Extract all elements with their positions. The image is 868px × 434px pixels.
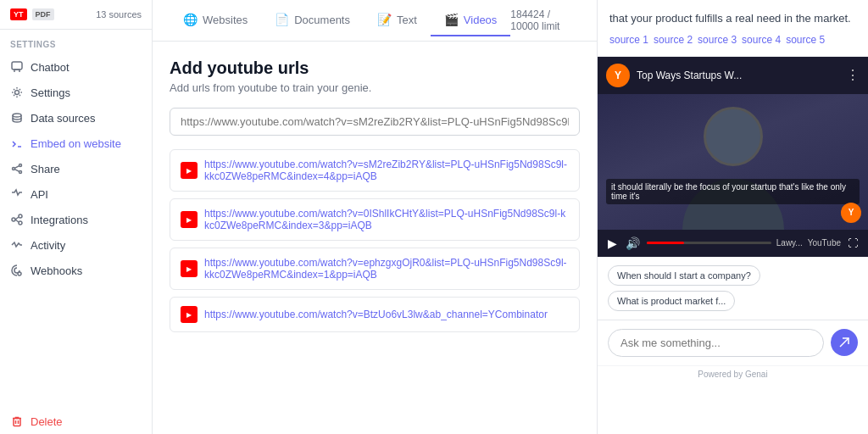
svg-line-6 xyxy=(14,166,19,169)
svg-rect-14 xyxy=(14,419,20,426)
source-link-4[interactable]: source 4 xyxy=(742,34,781,46)
chat-sources: that your product fulfills a real need i… xyxy=(598,0,868,57)
tab-text-label: Text xyxy=(397,14,417,26)
video-header: Y Top Ways Startups W... ⋮ xyxy=(598,57,868,94)
data-sources-label: Data sources xyxy=(31,112,96,125)
source-link-1[interactable]: source 1 xyxy=(609,34,648,46)
activity-icon xyxy=(10,238,24,252)
suggest-button-2[interactable]: What is product market f... xyxy=(608,291,735,311)
delete-icon xyxy=(10,415,24,428)
webhooks-icon xyxy=(10,264,24,277)
page-subtitle: Add urls from youtube to train your geni… xyxy=(170,81,580,94)
sidebar-logo: YT PDF xyxy=(10,8,54,20)
source-link-5[interactable]: source 5 xyxy=(786,34,825,46)
videos-tab-icon: 🎬 xyxy=(444,13,459,26)
sidebar: YT PDF 13 sources SETTINGS Chatbot xyxy=(0,0,153,434)
text-tab-icon: 📝 xyxy=(377,13,392,26)
tab-websites-label: Websites xyxy=(203,14,248,26)
page-title: Add youtube urls xyxy=(170,58,580,78)
sidebar-item-integrations[interactable]: Integrations xyxy=(0,207,152,232)
svg-rect-0 xyxy=(12,62,22,70)
url-list: https://www.youtube.com/watch?v=sM2reZib… xyxy=(170,149,580,332)
video-thumbnail[interactable]: it should literally be the focus of your… xyxy=(598,94,868,230)
progress-fill xyxy=(647,242,684,244)
svg-point-9 xyxy=(19,214,22,218)
chatbot-icon xyxy=(10,60,24,74)
tab-videos[interactable]: 🎬 Videos xyxy=(431,4,511,36)
sidebar-item-share[interactable]: Share xyxy=(0,156,152,181)
svg-point-2 xyxy=(13,114,21,117)
fullscreen-button[interactable]: ⛶ xyxy=(846,236,860,251)
send-button[interactable] xyxy=(831,329,858,356)
youtube-icon-3 xyxy=(181,260,198,277)
video-badge: Y xyxy=(841,203,861,223)
sidebar-item-webhooks[interactable]: Webhooks xyxy=(0,258,152,283)
delete-label: Delete xyxy=(31,415,63,428)
play-button[interactable]: ▶ xyxy=(606,235,619,252)
api-label: API xyxy=(31,188,48,201)
sidebar-item-activity[interactable]: Activity xyxy=(0,232,152,258)
svg-point-1 xyxy=(15,91,19,95)
integrations-icon xyxy=(10,213,24,226)
svg-point-4 xyxy=(13,168,15,170)
settings-label-text: Settings xyxy=(31,86,70,99)
api-icon xyxy=(10,187,24,201)
url-link-2[interactable]: https://www.youtube.com/watch?v=0IShlIkC… xyxy=(204,208,569,231)
video-container: Y Top Ways Startups W... ⋮ it should lit… xyxy=(598,57,868,257)
video-time: Lawy... xyxy=(776,238,803,248)
youtube-icon-4 xyxy=(181,306,198,323)
svg-point-5 xyxy=(19,171,22,174)
integrations-label: Integrations xyxy=(31,214,88,226)
embed-label: Embed on website xyxy=(31,137,121,150)
sidebar-item-settings[interactable]: Settings xyxy=(0,80,152,105)
tab-documents[interactable]: 📄 Documents xyxy=(261,4,364,36)
volume-button[interactable]: 🔊 xyxy=(624,235,642,252)
url-input[interactable] xyxy=(170,108,580,136)
chat-message: that your product fulfills a real need i… xyxy=(609,10,856,27)
video-more-icon[interactable]: ⋮ xyxy=(846,67,860,83)
source-link-2[interactable]: source 2 xyxy=(654,34,693,46)
webhooks-label: Webhooks xyxy=(31,264,82,277)
chat-input[interactable] xyxy=(608,329,824,357)
share-label: Share xyxy=(31,163,60,175)
video-channel-logo: Y xyxy=(606,64,630,87)
svg-line-17 xyxy=(840,338,849,347)
sidebar-nav: Chatbot Settings Data sources xyxy=(0,54,152,434)
main-panel: Add youtube urls Add urls from youtube t… xyxy=(153,42,597,434)
settings-icon xyxy=(10,86,24,99)
video-title: Top Ways Startups W... xyxy=(637,70,742,81)
youtube-icon-2 xyxy=(181,211,198,228)
video-title-row: Y Top Ways Startups W... xyxy=(606,64,742,87)
list-item: https://www.youtube.com/watch?v=sM2reZib… xyxy=(170,149,580,192)
embed-icon xyxy=(10,136,24,150)
svg-point-13 xyxy=(18,272,21,275)
activity-label: Activity xyxy=(31,239,65,252)
tab-websites[interactable]: 🌐 Websites xyxy=(170,4,261,36)
video-person-bg: it should literally be the focus of your… xyxy=(598,94,868,230)
url-input-row xyxy=(170,108,580,136)
tab-text[interactable]: 📝 Text xyxy=(364,4,431,36)
sidebar-item-delete[interactable]: Delete xyxy=(0,409,152,434)
video-controls: ▶ 🔊 Lawy... YouTube ⛶ xyxy=(598,230,868,257)
source-link-3[interactable]: source 3 xyxy=(698,34,737,46)
tab-documents-label: Documents xyxy=(294,14,350,26)
data-sources-icon xyxy=(10,111,24,125)
settings-label: SETTINGS xyxy=(0,30,152,54)
list-item: https://www.youtube.com/watch?v=BtzUo6vL… xyxy=(170,297,580,332)
suggest-button-1[interactable]: When should I start a company? xyxy=(608,265,760,286)
url-link-4[interactable]: https://www.youtube.com/watch?v=BtzUo6vL… xyxy=(204,309,548,320)
sources-count: 13 sources xyxy=(96,9,142,19)
sidebar-item-chatbot[interactable]: Chatbot xyxy=(0,54,152,80)
sidebar-item-data-sources[interactable]: Data sources xyxy=(0,105,152,131)
progress-bar[interactable] xyxy=(647,242,771,244)
url-link-1[interactable]: https://www.youtube.com/watch?v=sM2reZib… xyxy=(204,159,569,182)
sidebar-header: YT PDF 13 sources xyxy=(0,0,152,30)
chatbot-label: Chatbot xyxy=(31,61,70,74)
sidebar-item-api[interactable]: API xyxy=(0,181,152,207)
sidebar-item-embed[interactable]: Embed on website xyxy=(0,131,152,156)
logo-pdf: PDF xyxy=(32,8,54,20)
tab-videos-label: Videos xyxy=(464,14,498,26)
url-link-3[interactable]: https://www.youtube.com/watch?v=ephzgxgO… xyxy=(204,257,569,281)
svg-point-3 xyxy=(19,164,22,167)
logo-yt: YT xyxy=(10,8,27,20)
